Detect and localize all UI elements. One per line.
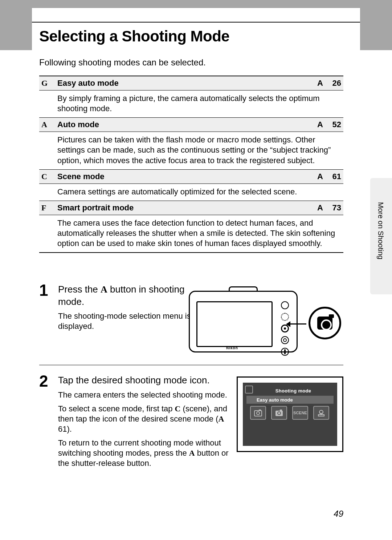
shooting-mode-button-glyph: A — [101, 284, 107, 295]
svg-rect-5 — [280, 410, 282, 411]
lcd-illustration: Shooting mode Easy auto mode SCENE — [237, 376, 343, 452]
svg-rect-2 — [259, 410, 261, 411]
mode-name: Easy auto mode — [57, 78, 311, 88]
lcd-mode-icon-scene: SCENE — [292, 406, 308, 420]
mode-name: Scene mode — [57, 172, 311, 181]
callout-arrowhead — [286, 321, 290, 327]
text: The camera enters the selected shooting … — [58, 390, 232, 400]
lcd-mode-icons-row: SCENE — [250, 406, 330, 420]
mode-icon-smart-portrait: F — [41, 203, 57, 213]
step-2-heading: Tap the desired shooting mode icon. — [58, 374, 232, 386]
mode-icon-auto: A — [41, 120, 57, 129]
mode-icon-easy-auto: G — [41, 78, 57, 88]
mode-page: 61 — [323, 172, 341, 181]
mode-desc: The camera uses the face detection funct… — [39, 215, 343, 253]
step-1-body: The shooting-mode selection menu is disp… — [58, 311, 195, 331]
lcd-mode-icon-smart-portrait — [313, 406, 329, 420]
text: To return to the current shooting mode w… — [58, 438, 232, 468]
thumb-tab-label: More on Shooting — [376, 202, 385, 259]
text: The shooting-mode selection menu is disp… — [58, 311, 195, 331]
table-row: F Smart portrait mode A 73 — [39, 201, 343, 215]
lcd-mode-indicator-icon — [245, 386, 253, 394]
mode-page: 52 — [323, 120, 341, 129]
mode-ref-icon: A — [311, 120, 323, 129]
mode-page: 73 — [323, 203, 341, 213]
scene-glyph: C — [175, 404, 181, 413]
camera-power-icon — [281, 301, 289, 309]
camera-playback-icon — [281, 348, 289, 356]
step-1-heading: Press the A button in shooting mode. — [58, 283, 195, 307]
camera-icon — [317, 317, 332, 330]
mode-desc: Pictures can be taken with the flash mod… — [39, 132, 343, 169]
text: Press the — [58, 284, 101, 295]
callout-arrow — [289, 323, 306, 325]
lcd-title: Shooting mode — [275, 388, 311, 394]
mode-icon-scene: C — [41, 172, 57, 181]
svg-point-1 — [257, 412, 260, 415]
page-number: 49 — [334, 509, 343, 519]
mode-ref-icon: A — [311, 203, 323, 213]
text: To select a scene mode, first tap C (sce… — [58, 404, 232, 434]
lcd-subtitle: Easy auto mode — [257, 397, 293, 403]
lcd-mode-icon-auto — [271, 406, 287, 420]
step-divider — [39, 365, 343, 365]
intro-text: Following shooting modes can be selected… — [39, 57, 206, 68]
camera-mode-button-icon — [281, 336, 289, 344]
table-row: C Scene mode A 61 — [39, 169, 343, 184]
lcd-mode-icon-easy-auto — [250, 406, 266, 420]
shooting-mode-button-callout — [309, 307, 341, 339]
mode-desc: Camera settings are automatically optimi… — [39, 184, 343, 201]
page-title: Selecting a Shooting Mode — [39, 28, 229, 45]
table-row: A Auto mode A 52 — [39, 117, 343, 132]
mode-name: Auto mode — [57, 120, 311, 129]
mode-name: Smart portrait mode — [57, 203, 311, 213]
camera-brand-label: Nikon — [226, 346, 238, 350]
lcd-subtitle-bar: Easy auto mode — [246, 396, 334, 404]
page-ref-glyph: A — [219, 414, 224, 423]
mode-desc: By simply framing a picture, the camera … — [39, 90, 343, 117]
mode-ref-icon: A — [311, 78, 323, 88]
mode-ref-icon: A — [311, 172, 323, 181]
step-number: 2 — [39, 372, 48, 390]
mode-page: 26 — [323, 78, 341, 88]
camera-illustration: Nikon — [189, 286, 343, 355]
svg-rect-7 — [318, 415, 324, 416]
shooting-mode-table: G Easy auto mode A 26 By simply framing … — [39, 76, 343, 253]
lcd-title-bar: Shooting mode — [253, 386, 334, 395]
text: To select a scene mode, first tap — [58, 404, 175, 413]
step-2-body: The camera enters the selected shooting … — [58, 390, 232, 469]
shooting-mode-button-glyph: A — [189, 448, 195, 458]
camera-dots-icon — [281, 313, 289, 321]
text: 61). — [58, 424, 72, 434]
table-row: G Easy auto mode A 26 — [39, 76, 343, 90]
section-label: More on Shooting — [39, 11, 119, 22]
step-number: 1 — [39, 281, 48, 299]
